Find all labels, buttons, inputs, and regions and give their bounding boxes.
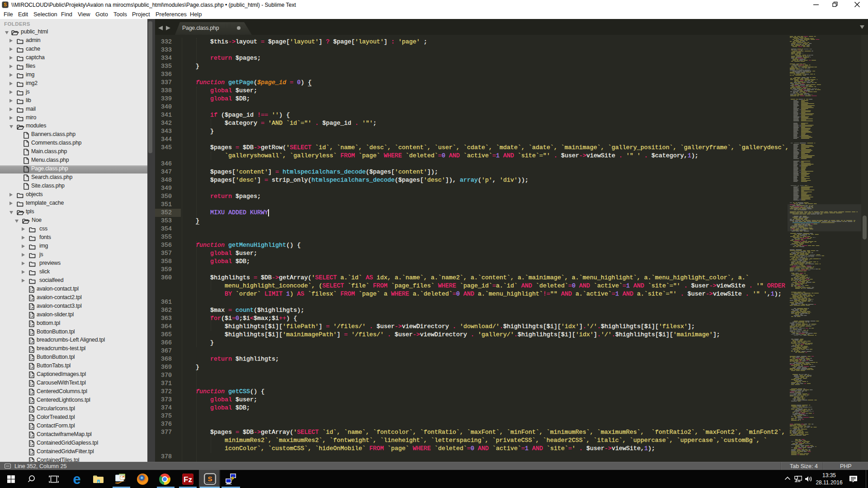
svg-text:S: S <box>4 2 7 7</box>
svg-text:Fz: Fz <box>184 475 192 483</box>
svg-text:S: S <box>208 474 212 482</box>
